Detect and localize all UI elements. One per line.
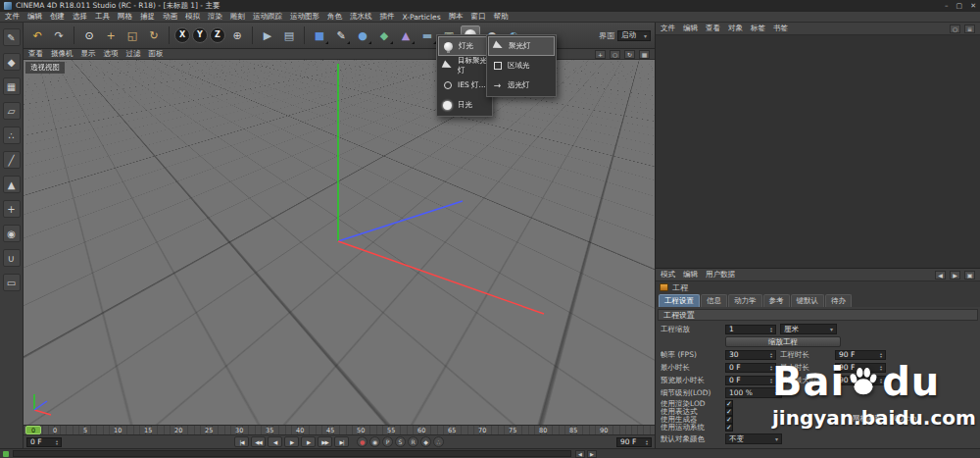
search-icon[interactable]: ○ <box>950 25 960 33</box>
project-scale-field[interactable]: 1 <box>725 325 776 334</box>
maximize-button[interactable]: ▢ <box>956 2 963 10</box>
record-parameter-button[interactable]: ◆ <box>420 436 431 447</box>
spinner-icon[interactable] <box>880 378 882 383</box>
spinner-icon[interactable] <box>646 439 648 445</box>
minimize-button[interactable]: – <box>945 2 949 10</box>
filter-icon[interactable]: ≡ <box>964 25 975 33</box>
history-back-icon[interactable]: ◀ <box>935 271 946 280</box>
menubar-item-10[interactable]: 渲染 <box>208 12 222 22</box>
record-rotation-button[interactable]: R <box>408 436 418 447</box>
close-button[interactable]: ✕ <box>970 2 976 10</box>
preview-max-time-field[interactable]: 90 F <box>835 376 886 385</box>
spinner-icon[interactable] <box>56 439 58 445</box>
record-keyframe-button[interactable]: ● <box>357 436 368 447</box>
viewport-canvas[interactable]: 透视视图 <box>24 60 655 425</box>
menubar-item-11[interactable]: 雕刻 <box>230 12 245 22</box>
viewport-menu-6[interactable]: 面板 <box>149 49 164 59</box>
spinner-icon[interactable] <box>770 365 772 371</box>
lod-select[interactable]: 100 % ▾ <box>725 387 782 398</box>
menubar-item-3[interactable]: 创建 <box>50 12 65 22</box>
light-menu-item[interactable]: 灯光 <box>438 36 491 56</box>
add-floor-button[interactable]: ▬ <box>417 25 437 45</box>
attribute-tab-1[interactable]: 工程设置 <box>659 294 700 307</box>
object-manager-menu-5[interactable]: 标签 <box>751 24 765 33</box>
menubar-item-15[interactable]: 流水线 <box>350 12 372 22</box>
autokey-button[interactable]: ◉ <box>369 436 380 447</box>
end-frame-field[interactable]: 90 F <box>616 437 652 447</box>
object-manager-menu-4[interactable]: 对象 <box>728 24 743 33</box>
project-scale-unit-select[interactable]: 厘米 ▾ <box>780 324 837 334</box>
area-light-menu-item[interactable]: 区域光 <box>488 56 555 76</box>
add-cube-button[interactable]: ■ <box>310 25 329 45</box>
current-frame-field[interactable]: 0 F <box>26 437 62 447</box>
rotate-view-icon[interactable]: ↻ <box>624 50 635 59</box>
spinner-icon[interactable] <box>880 352 882 358</box>
checkbox-4[interactable]: ✓ <box>725 424 733 432</box>
object-manager-list[interactable] <box>656 35 980 269</box>
spinner-icon[interactable] <box>880 365 882 371</box>
maximum-time-field[interactable]: 90 F <box>835 363 886 373</box>
menubar-item-4[interactable]: 选择 <box>73 12 87 22</box>
daylight-menu-item[interactable]: 日光 <box>438 95 491 115</box>
viewport-solo-button[interactable]: ◉ <box>3 225 21 242</box>
menubar-item-20[interactable]: 帮助 <box>494 12 509 22</box>
checkbox-1[interactable]: ✓ <box>725 400 733 408</box>
previous-frame-button[interactable]: ◀ <box>268 436 282 447</box>
workplane-lock-button[interactable]: ▭ <box>3 274 21 291</box>
menubar-item-9[interactable]: 模拟 <box>185 12 200 22</box>
play-button[interactable]: ▶ <box>284 436 299 447</box>
next-frame-button[interactable]: ▶ <box>301 436 316 447</box>
viewport-menu-3[interactable]: 显示 <box>81 49 96 59</box>
spinner-icon[interactable] <box>770 327 772 332</box>
enable-snap-button[interactable]: ∪ <box>3 249 21 267</box>
attribute-tab-2[interactable]: 信息 <box>701 294 727 307</box>
goto-start-button[interactable]: |◀ <box>234 436 249 447</box>
lock-icon[interactable]: ▣ <box>964 271 975 280</box>
attribute-tab-5[interactable]: 键默认 <box>791 294 825 307</box>
convert-editable-button[interactable]: ✎ <box>3 28 21 46</box>
menubar-item-13[interactable]: 运动图形 <box>290 12 319 22</box>
menubar-item-18[interactable]: 脚本 <box>449 12 464 22</box>
object-manager-menu-3[interactable]: 查看 <box>706 24 720 33</box>
object-manager-menu-1[interactable]: 文件 <box>661 24 675 33</box>
viewport-menu-5[interactable]: 过滤 <box>126 49 141 59</box>
menubar-item-2[interactable]: 编辑 <box>27 12 42 22</box>
render-view-button[interactable]: ▶ <box>258 25 277 45</box>
checkbox-2[interactable]: ✓ <box>725 408 733 416</box>
menubar-item-5[interactable]: 工具 <box>95 12 110 22</box>
workplane-mode-button[interactable]: ▱ <box>3 102 21 120</box>
spinner-icon[interactable] <box>770 352 772 358</box>
next-message-button[interactable]: ▶ <box>587 450 597 458</box>
viewport-menu-1[interactable]: 查看 <box>28 49 43 59</box>
spinner-icon[interactable] <box>770 378 772 383</box>
polygons-mode-button[interactable]: ▲ <box>3 176 21 193</box>
attribute-manager-menu-2[interactable]: 编辑 <box>683 270 698 280</box>
enable-axis-mode-button[interactable]: + <box>3 200 21 218</box>
model-mode-button[interactable]: ◆ <box>3 53 21 71</box>
project-settings-section-header[interactable]: 工程设置 <box>658 309 978 321</box>
edges-mode-button[interactable]: ╱ <box>3 151 21 169</box>
object-manager-menu-6[interactable]: 书签 <box>773 24 788 33</box>
menubar-item-16[interactable]: 插件 <box>380 12 395 22</box>
coordinate-system-button[interactable]: ⊕ <box>227 25 247 45</box>
scale-button[interactable]: ◱ <box>122 25 142 45</box>
lock-z-axis-button[interactable]: Z <box>210 27 225 43</box>
menubar-item-1[interactable]: 文件 <box>5 12 20 22</box>
live-selection-button[interactable]: ⊙ <box>79 25 99 45</box>
points-mode-button[interactable]: ∴ <box>3 127 21 144</box>
checkbox-3[interactable]: ✓ <box>725 416 733 424</box>
menubar-item-14[interactable]: 角色 <box>327 12 342 22</box>
menubar-item-6[interactable]: 网格 <box>118 12 132 22</box>
minimum-time-field[interactable]: 0 F <box>725 363 776 373</box>
previous-key-button[interactable]: ◀◀ <box>251 436 266 447</box>
attribute-manager-menu-1[interactable]: 模式 <box>661 270 675 280</box>
layout-select[interactable]: 启动 ▾ <box>617 30 651 41</box>
viewport-menu-4[interactable]: 选项 <box>104 49 119 59</box>
attribute-tab-6[interactable]: 待办 <box>825 294 852 307</box>
prev-message-button[interactable]: ◀ <box>575 450 585 458</box>
history-forward-icon[interactable]: ▶ <box>950 271 960 280</box>
record-position-button[interactable]: P <box>382 436 393 447</box>
add-mograph-button[interactable]: ◆ <box>374 25 394 45</box>
record-scale-button[interactable]: S <box>395 436 406 447</box>
viewport-menu-2[interactable]: 摄像机 <box>51 49 74 59</box>
